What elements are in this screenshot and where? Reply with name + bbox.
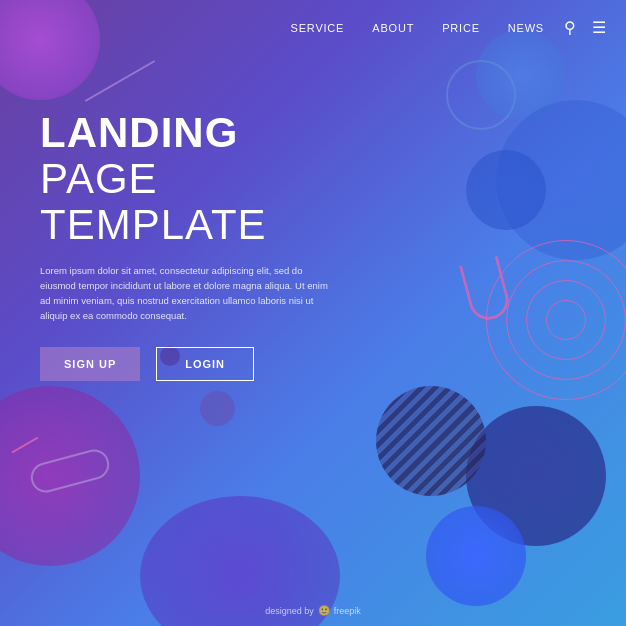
nav-icons: ⚲ ☰ (564, 18, 606, 37)
navbar: SERVICE ABOUT PRICE NEWS ⚲ ☰ (0, 0, 626, 55)
blob-bottom-right-blue (426, 506, 526, 606)
freepik-logo-icon: 🙂 (318, 605, 330, 616)
nav-link-news[interactable]: NEWS (508, 22, 544, 34)
brand-text: freepik (334, 606, 361, 616)
main-content: LANDING PAGE TEMPLATE Lorem ipsum dolor … (40, 110, 380, 381)
concentric-circles (486, 240, 626, 400)
blob-mid-right-large (496, 100, 626, 260)
hero-title: LANDING PAGE TEMPLATE (40, 110, 380, 249)
blob-right-circle (446, 60, 516, 130)
diagonal-line (85, 60, 155, 102)
signup-button[interactable]: SIGN UP (40, 347, 140, 381)
nav-link-service[interactable]: SERVICE (291, 22, 345, 34)
hero-description: Lorem ipsum dolor sit amet, consectetur … (40, 263, 340, 324)
menu-icon[interactable]: ☰ (592, 18, 606, 37)
hero-title-light: PAGE TEMPLATE (40, 156, 380, 248)
blob-mid-right-medium (466, 150, 546, 230)
nav-link-price[interactable]: PRICE (442, 22, 480, 34)
page-wrapper: SERVICE ABOUT PRICE NEWS ⚲ ☰ LANDING PAG… (0, 0, 626, 626)
search-icon[interactable]: ⚲ (564, 18, 576, 37)
striped-circle (376, 386, 486, 496)
login-button[interactable]: LOGIN (156, 347, 254, 381)
nav-links: SERVICE ABOUT PRICE NEWS (291, 22, 544, 34)
nav-link-about[interactable]: ABOUT (372, 22, 414, 34)
blob-small-1 (200, 391, 235, 426)
cta-buttons: SIGN UP LOGIN (40, 347, 380, 381)
footer: designed by 🙂 freepik (0, 605, 626, 616)
hero-title-bold: LANDING (40, 110, 380, 156)
footer-text: designed by 🙂 freepik (0, 605, 626, 616)
rounded-rect-shape (27, 446, 112, 496)
designed-by-text: designed by (265, 606, 314, 616)
pink-line (12, 437, 39, 454)
blob-bottom-right-dark (466, 406, 606, 546)
